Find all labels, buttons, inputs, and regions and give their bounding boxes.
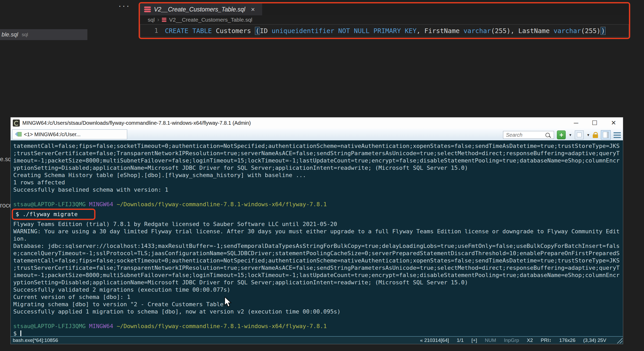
status-item: « 210314[64]: [420, 337, 449, 343]
code-line[interactable]: CREATE TABLE Customers (ID uniqueidentif…: [165, 27, 606, 35]
status-item: (3,34) 25V: [583, 337, 606, 343]
terminal-statusbar: bash.exe[*64]:10856 « 210314[64]1/1[+]NU…: [11, 336, 623, 344]
terminal-tab-label: <1> MINGW64:/c/User...: [24, 131, 81, 137]
minimize-button[interactable]: ─: [574, 119, 578, 127]
terminal-cursor: [20, 330, 21, 336]
bash-tab-icon: [15, 131, 22, 138]
terminal-title: MINGW64:/c/Users/stsau/Downloads/flyway-…: [22, 120, 251, 126]
resize-grip[interactable]: [616, 337, 622, 343]
background-tab-hint: sql: [22, 32, 28, 37]
chevron-down-icon[interactable]: ▼: [569, 133, 572, 137]
close-icon[interactable]: ×: [251, 6, 255, 13]
mouse-cursor: [224, 297, 232, 308]
breadcrumb-folder[interactable]: sql: [148, 17, 155, 23]
status-process: bash.exe[*64]:10856: [13, 337, 58, 343]
status-item: PRI↕: [541, 337, 551, 343]
terminal-toolbar: <1> MINGW64:/c/User... + ▼ ▼: [11, 128, 623, 141]
database-file-icon: [144, 7, 151, 12]
close-button[interactable]: ✕: [611, 119, 616, 127]
menu-icon[interactable]: [614, 132, 621, 133]
status-right: « 210314[64]1/1[+]NUMInpGrpX2PRI↕176x26(…: [420, 337, 606, 343]
status-item: X2: [527, 337, 533, 343]
editor-more-actions-icon[interactable]: ···: [118, 1, 130, 11]
conemu-app-icon: [13, 120, 20, 127]
new-console-button[interactable]: +: [557, 130, 566, 139]
status-item: 176x26: [559, 337, 575, 343]
search-input[interactable]: [505, 132, 545, 138]
status-item: 1/1: [457, 337, 463, 343]
maximize-button[interactable]: ☐: [592, 119, 597, 127]
editor-code-line[interactable]: 1 CREATE TABLE Customers (ID uniqueident…: [140, 24, 629, 37]
terminal-output[interactable]: tatementCall=false;fips=false;socketTime…: [11, 140, 623, 337]
database-file-icon: [162, 18, 166, 22]
background-editor-tab[interactable]: ble.sql sql: [0, 29, 87, 40]
editor-tabstrip: V2__Create_Customers_Table.sql ×: [140, 3, 629, 15]
annotation-editor-highlight: V2__Create_Customers_Table.sql × sql › V…: [139, 2, 630, 39]
terminal-titlebar[interactable]: MINGW64:/c/Users/stsau/Downloads/flyway-…: [11, 117, 623, 128]
tab-title: V2__Create_Customers_Table.sql: [154, 6, 245, 13]
status-item: NUM: [485, 337, 496, 343]
search-icon: [545, 133, 550, 137]
screen: ble.sql sql ··· e.sq roce V2__Create_Cus…: [0, 0, 644, 351]
panel-toggle-button[interactable]: [601, 130, 611, 140]
breadcrumb[interactable]: sql › V2__Create_Customers_Table.sql: [140, 15, 629, 24]
background-tab-label: ble.sql: [2, 31, 18, 38]
chevron-down-icon[interactable]: ▼: [587, 133, 590, 137]
status-item: [+]: [471, 337, 477, 343]
window-list-button[interactable]: [575, 130, 584, 139]
chevron-right-icon: ›: [157, 16, 159, 23]
search-box[interactable]: [503, 131, 554, 139]
background-text-fragment: e.sq: [0, 156, 11, 163]
lock-icon[interactable]: [593, 134, 598, 138]
line-number: 1: [140, 27, 165, 34]
breadcrumb-file[interactable]: V2__Create_Customers_Table.sql: [169, 17, 252, 23]
terminal-tab[interactable]: <1> MINGW64:/c/User...: [12, 129, 127, 139]
annotation-command-highlight: $ ./flyway migrate: [12, 209, 95, 220]
tab-sql-file[interactable]: V2__Create_Customers_Table.sql ×: [140, 3, 262, 15]
status-item: InpGrp: [504, 337, 519, 343]
terminal-window: MINGW64:/c/Users/stsau/Downloads/flyway-…: [10, 117, 623, 344]
